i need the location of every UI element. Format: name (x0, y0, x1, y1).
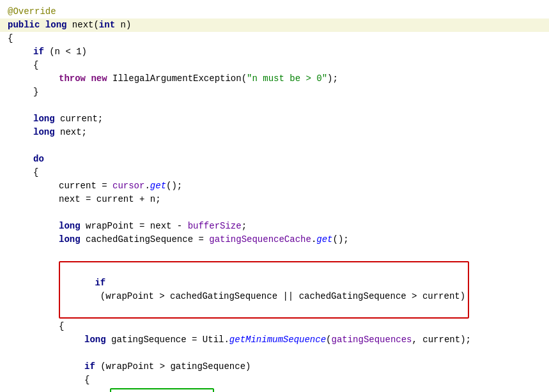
line-open-brace-4: { (0, 320, 549, 333)
line-throw: throw new IllegalArgumentException( "n m… (0, 72, 549, 86)
line-blank-4 (0, 246, 549, 260)
line-method-signature: public long next( int n) (0, 19, 549, 32)
line-wrappoint: long wrapPoint = next - bufferSize ; (0, 220, 549, 233)
throw-keyword: throw (59, 72, 86, 86)
line-close-brace-2: } (0, 86, 549, 99)
line-if-wrappoint-gating: if (wrapPoint > gatingSequence) (0, 360, 549, 373)
line-current-assign: current = cursor . get (); (0, 179, 549, 193)
annotation-text: @Override (8, 5, 56, 19)
line-if-wrappoint-box: if (wrapPoint > cachedGatingSequence || … (0, 260, 549, 320)
int-type: int (99, 19, 115, 32)
long-type: long (45, 19, 67, 32)
line-blank-1 (0, 99, 549, 112)
line-next-assign: next = current + n; (0, 193, 549, 206)
line-annotation: @Override (0, 5, 549, 19)
green-box-parknanos: LockSupport. parkNanos ( 1 ); (110, 388, 214, 392)
line-long-current: long current; (0, 112, 549, 126)
line-blank-3 (0, 206, 549, 220)
line-cached-gating: long cachedGatingSequence = gatingSequen… (0, 233, 549, 246)
line-open-brace-3: { (0, 166, 549, 179)
line-parknanos-box: LockSupport. parkNanos ( 1 ); // TODO, s… (0, 387, 549, 392)
line-open-brace-2: { (0, 59, 549, 72)
line-open-brace-5: { (0, 373, 549, 387)
line-blank-2 (0, 139, 549, 153)
red-box-if: if (wrapPoint > cachedGatingSequence || … (59, 261, 469, 319)
line-do: do (0, 153, 549, 166)
line-blank-5 (0, 347, 549, 360)
public-keyword: public (8, 19, 40, 32)
code-editor: @Override public long next( int n) { if … (0, 0, 549, 392)
line-if-n: if (n < 1) (0, 45, 549, 59)
line-open-brace-1: { (0, 32, 549, 45)
line-long-next: long next; (0, 126, 549, 139)
line-gating-sequence: long gatingSequence = Util. getMinimumSe… (0, 333, 549, 347)
